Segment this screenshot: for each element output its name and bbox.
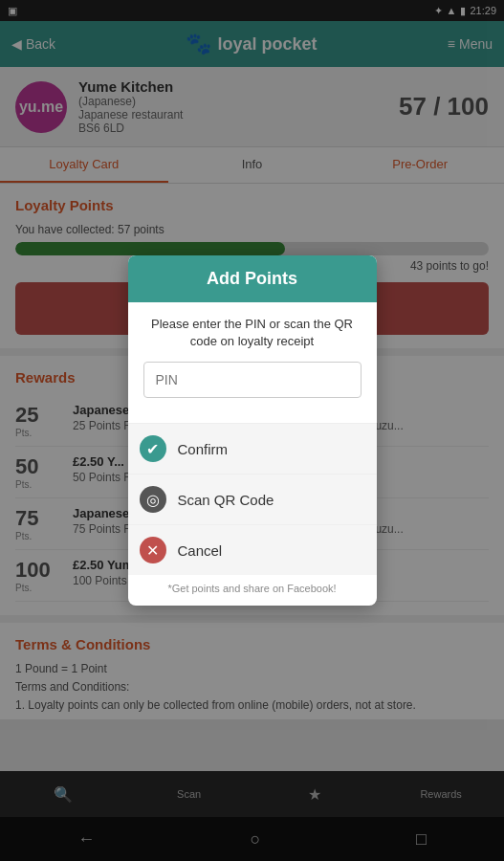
modal-footer: *Get points and share on Facebook! xyxy=(128,575,377,606)
modal-header: Add Points xyxy=(128,255,377,302)
cancel-icon: ✕ xyxy=(140,537,166,563)
add-points-modal: Add Points Please enter the PIN or scan … xyxy=(128,255,377,606)
qr-icon: ◎ xyxy=(140,486,166,513)
modal-body: Please enter the PIN or scan the QR code… xyxy=(128,302,377,423)
cancel-button[interactable]: ✕ Cancel xyxy=(128,524,377,575)
modal-description: Please enter the PIN or scan the QR code… xyxy=(143,316,362,350)
modal-overlay: Add Points Please enter the PIN or scan … xyxy=(0,0,504,861)
modal-title: Add Points xyxy=(142,269,363,289)
scan-qr-button[interactable]: ◎ Scan QR Code xyxy=(128,474,377,524)
pin-input[interactable] xyxy=(143,362,362,398)
confirm-icon: ✔ xyxy=(140,435,166,462)
confirm-button[interactable]: ✔ Confirm xyxy=(128,423,377,474)
